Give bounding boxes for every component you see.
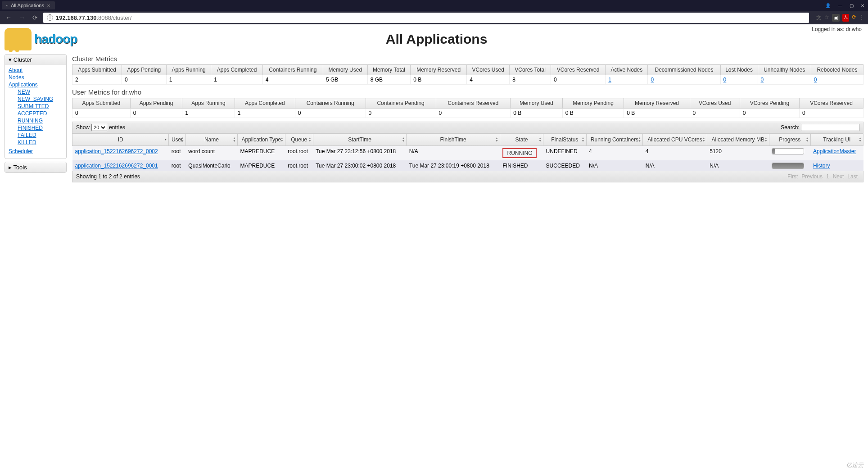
browser-tab-bar: ▫ All Applications ✕ 👤 — ▢ ✕	[0, 0, 868, 11]
address-bar: ← → ⟳ i 192.168.77.130:8088/cluster/ ⽂ ☆…	[0, 11, 868, 24]
sidebar-link-scheduler[interactable]: Scheduler	[9, 148, 63, 155]
col-name[interactable]: Name▲▼	[185, 134, 237, 146]
sync-icon[interactable]: ⟳	[852, 14, 856, 22]
content-area: Cluster Metrics Apps SubmittedApps Pendi…	[72, 54, 863, 182]
app-id-link[interactable]: application_1522162696272_0001	[75, 163, 158, 169]
forward-icon[interactable]: →	[17, 13, 27, 22]
page-size-select[interactable]: 20	[91, 124, 107, 131]
page-title: All Applications	[77, 32, 796, 47]
sidebar-state-new[interactable]: NEW	[18, 88, 63, 95]
pager-last[interactable]: Last	[845, 173, 859, 180]
sidebar-state-killed[interactable]: KILLED	[18, 139, 63, 146]
progress-bar	[772, 148, 804, 154]
cluster-metrics-title: Cluster Metrics	[72, 55, 863, 63]
user-metrics-table: Apps SubmittedApps PendingApps RunningAp…	[72, 98, 863, 118]
sidebar-link-about[interactable]: About	[9, 67, 63, 74]
page-icon: ▫	[6, 3, 8, 8]
pdf-icon[interactable]: 人	[842, 14, 849, 22]
datatable-controls: Show 20 entries Search:	[72, 122, 863, 133]
url-host: 192.168.77.130	[56, 14, 96, 21]
pager-previous[interactable]: Previous	[800, 173, 824, 180]
back-icon[interactable]: ←	[4, 13, 14, 22]
site-info-icon[interactable]: i	[47, 14, 53, 21]
close-icon[interactable]: ✕	[47, 3, 50, 8]
hadoop-logo[interactable]: hadoop	[5, 28, 77, 50]
applications-table: ID▼User▲▼Name▲▼Application Type▲▼Queue▲▼…	[72, 133, 863, 171]
sidebar-state-accepted[interactable]: ACCEPTED	[18, 110, 63, 117]
state-cell: RUNNING	[500, 146, 543, 161]
user-metrics-title: User Metrics for dr.who	[72, 88, 863, 96]
menu-icon[interactable]: ⋮	[859, 14, 864, 22]
sidebar-state-new_saving[interactable]: NEW_SAVING	[18, 95, 63, 103]
col-user[interactable]: User▲▼	[169, 134, 186, 146]
col-finalstatus[interactable]: FinalStatus▲▼	[543, 134, 586, 146]
window-maximize-icon[interactable]: ▢	[848, 2, 855, 9]
metric-link[interactable]: 1	[608, 77, 611, 83]
app-id-link[interactable]: application_1522162696272_0002	[75, 148, 158, 154]
state-cell: FINISHED	[500, 160, 543, 171]
login-info: Logged in as: dr.who	[812, 26, 862, 32]
col-application-type[interactable]: Application Type▲▼	[237, 134, 285, 146]
col-allocated-memory-mb[interactable]: Allocated Memory MB▲▼	[707, 134, 769, 146]
table-row: application_1522162696272_0001rootQuasiM…	[72, 160, 863, 171]
reload-icon[interactable]: ⟳	[31, 13, 40, 22]
pager: FirstPrevious1NextLast	[786, 173, 859, 180]
url-input[interactable]: i 192.168.77.130:8088/cluster/	[43, 13, 809, 23]
tracking-link[interactable]: ApplicationMaster	[813, 148, 856, 154]
tab-title: All Applications	[11, 3, 44, 8]
col-queue[interactable]: Queue▲▼	[285, 134, 313, 146]
col-progress[interactable]: Progress▲▼	[769, 134, 810, 146]
pager-next[interactable]: Next	[831, 173, 846, 180]
sidebar-cluster-header[interactable]: ▾ Cluster	[5, 54, 66, 65]
search-label: Search:	[781, 124, 799, 131]
search-input[interactable]	[801, 124, 859, 131]
col-state[interactable]: State▲▼	[500, 134, 543, 146]
sidebar-state-failed[interactable]: FAILED	[18, 132, 63, 139]
window-user-icon[interactable]: 👤	[823, 2, 832, 9]
metric-link[interactable]: 0	[651, 77, 654, 83]
col-running-containers[interactable]: Running Containers▲▼	[586, 134, 643, 146]
bookmark-icon[interactable]: ☆	[824, 14, 829, 22]
extension-icon[interactable]: ▣	[832, 14, 840, 22]
translate-icon[interactable]: ⽂	[816, 14, 822, 22]
cluster-metrics-table: Apps SubmittedApps PendingApps RunningAp…	[72, 64, 863, 85]
progress-bar	[772, 163, 804, 169]
logo-text: hadoop	[34, 32, 77, 46]
browser-tab[interactable]: ▫ All Applications ✕	[2, 1, 55, 9]
datatable-info: Showing 1 to 2 of 2 entries	[76, 173, 140, 180]
url-path: :8088/cluster/	[96, 14, 131, 21]
sidebar-link-applications[interactable]: Applications	[9, 81, 63, 88]
show-label: Show	[76, 124, 90, 131]
tracking-link[interactable]: History	[813, 163, 830, 169]
col-starttime[interactable]: StartTime▲▼	[313, 134, 407, 146]
col-allocated-cpu-vcores[interactable]: Allocated CPU VCores▲▼	[643, 134, 707, 146]
sidebar-state-running[interactable]: RUNNING	[18, 117, 63, 124]
pager-first[interactable]: First	[786, 173, 800, 180]
col-id[interactable]: ID▼	[72, 134, 169, 146]
metric-link[interactable]: 0	[761, 77, 764, 83]
window-minimize-icon[interactable]: —	[836, 2, 844, 9]
datatable-footer: Showing 1 to 2 of 2 entries FirstPreviou…	[72, 171, 863, 182]
metric-link[interactable]: 0	[723, 77, 727, 83]
sidebar-link-nodes[interactable]: Nodes	[9, 74, 63, 81]
col-finishtime[interactable]: FinishTime▲▼	[407, 134, 500, 146]
elephant-icon	[5, 28, 32, 50]
pager-1[interactable]: 1	[824, 173, 831, 180]
col-tracking-ui[interactable]: Tracking UI▲▼	[810, 134, 863, 146]
sidebar-tools-header[interactable]: ▸ Tools	[5, 162, 66, 172]
sidebar-state-submitted[interactable]: SUBMITTED	[18, 103, 63, 110]
sidebar: ▾ Cluster About Nodes Applications NEWNE…	[5, 54, 67, 182]
metric-link[interactable]: 0	[814, 77, 817, 83]
entries-label: entries	[109, 124, 125, 131]
sidebar-state-finished[interactable]: FINISHED	[18, 124, 63, 132]
table-row: application_1522162696272_0002rootword c…	[72, 146, 863, 161]
window-close-icon[interactable]: ✕	[859, 2, 866, 9]
